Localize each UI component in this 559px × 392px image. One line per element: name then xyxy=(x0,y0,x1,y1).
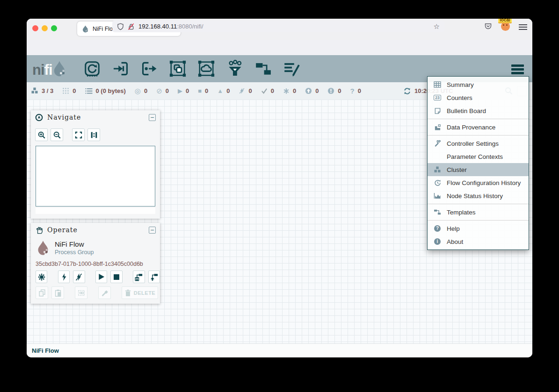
fill-color-button[interactable] xyxy=(98,286,111,299)
stale-status: 0 xyxy=(305,87,319,94)
browser-window: NiFi Flow × + ← → ⟳ 192.168.40.11:8080/n… xyxy=(27,19,532,357)
locally-modified-asterisk-icon xyxy=(283,88,290,94)
menu-separator xyxy=(428,135,529,135)
url-text[interactable]: 192.168.40.11:8080/nifi/ xyxy=(138,23,434,30)
operate-header: Operate – xyxy=(31,223,160,237)
menu-item-cluster[interactable]: Cluster xyxy=(428,163,529,176)
configure-button[interactable] xyxy=(36,271,47,283)
nifi-logo: nifi xyxy=(32,60,66,77)
not-transmitting-icon: ⊘ xyxy=(156,87,162,95)
delete-button[interactable]: DELETE xyxy=(122,286,158,299)
macos-minimize-button[interactable] xyxy=(42,25,48,31)
profile-badge: local xyxy=(498,19,512,23)
running-icon: ▶ xyxy=(178,87,182,94)
menu-item-controller-settings[interactable]: Controller Settings xyxy=(428,137,529,150)
upload-template-button[interactable] xyxy=(148,271,160,283)
firefox-menu-icon[interactable] xyxy=(519,24,527,32)
area-chart-icon xyxy=(434,192,441,199)
collapse-operate-button[interactable]: – xyxy=(149,227,156,234)
desktop-background: NiFi Flow × + ← → ⟳ 192.168.40.11:8080/n… xyxy=(0,0,559,392)
operate-palette: Operate – NiFi Flow Process Group 35cbd3… xyxy=(31,223,160,304)
label-component-icon[interactable] xyxy=(283,60,301,78)
menu-item-node-status-history[interactable]: Node Status History xyxy=(428,189,529,202)
process-group-component-icon[interactable] xyxy=(169,60,187,78)
macos-close-button[interactable] xyxy=(32,25,38,31)
selected-component-summary: NiFi Flow Process Group xyxy=(31,237,160,257)
stop-button[interactable] xyxy=(110,271,122,283)
counters-icon: 23 xyxy=(434,95,441,101)
navigate-title: Navigate xyxy=(47,114,145,121)
stopped-status: ■0 xyxy=(198,87,208,94)
navigate-palette: Navigate – xyxy=(31,110,160,219)
menu-item-bulletin-board[interactable]: Bulletin Board xyxy=(428,104,529,117)
cluster-icon xyxy=(31,87,38,94)
template-component-icon[interactable] xyxy=(254,60,272,78)
queued-status: 0 (0 bytes) xyxy=(85,87,126,94)
stale-up-arrow-icon xyxy=(305,87,312,94)
input-port-component-icon[interactable] xyxy=(112,60,130,78)
sync-failure-icon: ? xyxy=(350,87,355,95)
refresh-icon[interactable] xyxy=(403,87,411,95)
sync-failure-status: ?0 xyxy=(350,87,361,95)
selected-flow-id: 35cbd3b7-017b-1000-8bff-1c3405c00d6b xyxy=(31,257,160,271)
locally-modified-stale-status: 0 xyxy=(327,87,341,94)
save-template-button[interactable] xyxy=(133,271,145,283)
info-icon: i xyxy=(434,238,441,245)
zoom-out-button[interactable] xyxy=(51,128,63,141)
delete-label: DELETE xyxy=(134,290,155,296)
active-threads-status: 0 xyxy=(62,87,76,94)
collapse-navigate-button[interactable]: – xyxy=(149,114,156,121)
pocket-icon[interactable] xyxy=(484,22,492,30)
birdseye-footer xyxy=(36,208,155,214)
nifi-favicon xyxy=(82,25,89,33)
threads-icon xyxy=(62,87,69,94)
locally-modified-status: 0 xyxy=(283,87,296,94)
templates-icon xyxy=(434,209,441,215)
nifi-global-menu-icon[interactable] xyxy=(511,64,524,76)
not-transmitting-status: ⊘0 xyxy=(156,87,169,95)
menu-item-counters[interactable]: 23Counters xyxy=(428,91,529,104)
macos-zoom-button[interactable] xyxy=(51,25,57,31)
remote-process-group-component-icon[interactable] xyxy=(197,60,215,78)
transmitting-status: ◎0 xyxy=(135,87,147,95)
enable-button[interactable] xyxy=(58,271,70,283)
zoom-in-button[interactable] xyxy=(35,128,48,141)
history-icon xyxy=(434,179,441,186)
menu-item-data-provenance[interactable]: Data Provenance xyxy=(428,121,529,134)
menu-item-parameter-contexts[interactable]: Parameter Contexts xyxy=(428,150,529,163)
copy-button[interactable] xyxy=(36,286,48,299)
breadcrumb-root[interactable]: NiFi Flow xyxy=(32,347,59,354)
summary-grid-icon xyxy=(434,81,441,88)
component-toolbar xyxy=(83,60,301,78)
up-to-date-check-icon xyxy=(261,88,268,94)
operate-buttons-row-1 xyxy=(31,271,160,283)
url-bar[interactable]: 192.168.40.11:8080/nifi/ ☆ xyxy=(112,21,444,32)
funnel-component-icon[interactable] xyxy=(226,60,244,78)
insecure-lock-icon[interactable] xyxy=(128,23,135,30)
disable-button[interactable] xyxy=(73,271,85,283)
zoom-actual-size-button[interactable] xyxy=(87,128,100,141)
menu-item-about[interactable]: iAbout xyxy=(428,235,529,248)
start-button[interactable] xyxy=(95,271,107,283)
navigate-buttons xyxy=(31,124,160,143)
zoom-fit-button[interactable] xyxy=(72,128,85,141)
output-port-component-icon[interactable] xyxy=(140,60,158,78)
shield-icon[interactable] xyxy=(117,23,124,30)
birdseye-minimap[interactable] xyxy=(36,146,155,207)
group-button[interactable] xyxy=(75,286,87,299)
menu-item-summary[interactable]: Summary xyxy=(428,78,529,91)
selected-flow-name: NiFi Flow xyxy=(55,240,94,248)
invalid-icon: ▲ xyxy=(217,87,223,94)
wrench-icon xyxy=(434,140,441,147)
bulletin-note-icon xyxy=(434,107,441,114)
menu-item-flow-configuration-history[interactable]: Flow Configuration History xyxy=(428,176,529,189)
logo-text-ni: ni xyxy=(32,63,44,77)
bookmark-star-icon[interactable]: ☆ xyxy=(434,22,440,31)
menu-item-help[interactable]: ?Help xyxy=(428,222,529,235)
processor-component-icon[interactable] xyxy=(83,60,101,78)
transmitting-icon: ◎ xyxy=(135,87,141,95)
cluster-cubes-icon xyxy=(434,166,441,173)
menu-item-templates[interactable]: Templates xyxy=(428,206,529,219)
invalid-status: ▲0 xyxy=(217,87,230,94)
paste-button[interactable] xyxy=(51,286,64,299)
